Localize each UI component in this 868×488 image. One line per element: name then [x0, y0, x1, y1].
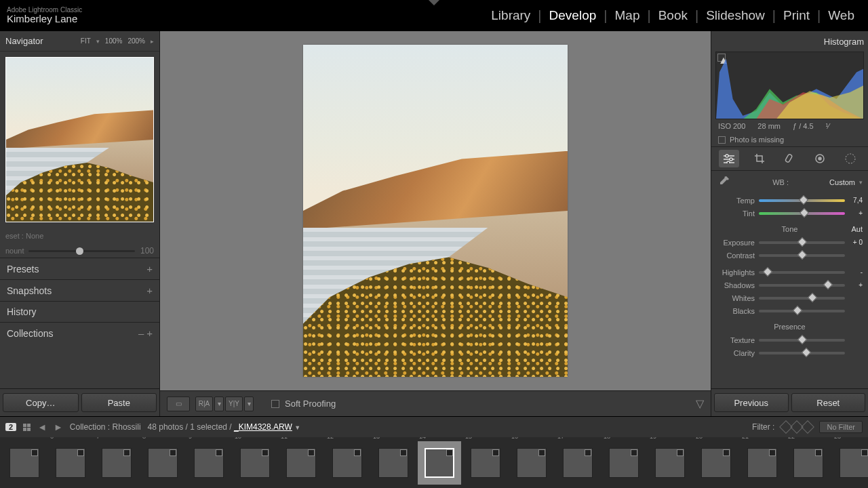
crop-tool-icon[interactable] [749, 150, 770, 167]
thumbnail[interactable]: 16 [510, 441, 553, 485]
module-book[interactable]: Book [652, 8, 694, 23]
shadows-slider[interactable]: Shadows+ [717, 279, 863, 291]
minus-icon[interactable]: – [138, 327, 144, 339]
focal-length: 28 mm [757, 122, 781, 130]
before-after-lr-icon[interactable]: R|A [195, 396, 213, 411]
zoom-200[interactable]: 200% [127, 37, 145, 45]
tone-header: Tone [782, 225, 798, 233]
develop-badge-icon [170, 449, 176, 456]
right-panel: Histogram ▲ ISO 200 28 mm ƒ / 4.5 ¹⁄ Pho… [711, 31, 868, 416]
zoom-100[interactable]: 100% [105, 37, 123, 45]
thumbnail[interactable]: 21 [741, 441, 784, 485]
aperture-value: ƒ / 4.5 [793, 122, 814, 130]
copy-button[interactable]: Copy… [3, 393, 79, 412]
nav-forward-icon[interactable]: ► [54, 422, 63, 432]
navigator-zoom: FIT▾ 100% 200%▸ [81, 37, 154, 45]
exposure-slider[interactable]: Exposure+ 0 [717, 236, 863, 249]
clarity-slider[interactable]: Clarity [717, 346, 863, 359]
thumbnail[interactable]: 17 [556, 441, 599, 485]
filmstrip-count: 48 photos / 1 selected / _KIM4328.ARW ▼ [148, 422, 301, 432]
plus-icon[interactable]: + [146, 327, 153, 339]
thumbnail[interactable]: 18 [602, 441, 646, 485]
filter-preset-dropdown[interactable]: No Filter [819, 421, 863, 433]
contrast-slider[interactable]: Contrast [717, 249, 863, 262]
thumbnail[interactable]: 6 [49, 441, 92, 485]
before-after-copy-icon[interactable]: ▾ [244, 396, 254, 411]
collections-panel[interactable]: Collections –+ [0, 322, 159, 344]
module-print[interactable]: Print [776, 8, 816, 23]
thumbnail[interactable]: 12 [326, 441, 369, 485]
highlights-slider[interactable]: Highlights- [717, 266, 863, 279]
second-window-button[interactable]: 2 [5, 423, 16, 431]
image-canvas[interactable] [160, 31, 711, 390]
redeye-tool-icon[interactable] [840, 150, 861, 167]
healing-tool-icon[interactable] [779, 150, 800, 167]
thumbnail[interactable]: 23 [833, 441, 868, 485]
reset-button[interactable]: Reset [791, 393, 866, 412]
texture-slider[interactable]: Texture [717, 333, 863, 346]
auto-tone-button[interactable]: Aut [851, 225, 863, 233]
svg-point-1 [726, 155, 728, 157]
develop-badge-icon [31, 449, 38, 456]
develop-badge-icon [815, 449, 822, 456]
module-develop[interactable]: Develop [542, 8, 604, 23]
wb-dropdown[interactable]: Custom [829, 178, 855, 186]
module-slideshow[interactable]: Slideshow [699, 8, 772, 23]
previous-button[interactable]: Previous [714, 393, 789, 412]
toolbar-menu-icon[interactable]: ▽ [696, 397, 704, 410]
tint-slider[interactable]: Tint+ [717, 207, 863, 220]
develop-badge-icon [677, 449, 684, 456]
thumbnail[interactable]: 15 [464, 441, 507, 485]
soft-proof-checkbox[interactable] [271, 400, 279, 408]
develop-badge-icon [216, 449, 222, 456]
grid-view-icon[interactable] [23, 424, 31, 431]
thumbnail[interactable]: 11 [279, 441, 323, 485]
chevron-icon[interactable]: ▾ [859, 179, 863, 186]
loupe-view-icon[interactable]: ▭ [167, 396, 190, 411]
navigator-preview[interactable] [0, 52, 159, 228]
develop-badge-icon [631, 449, 637, 456]
thumbnail[interactable]: 14 [418, 441, 461, 485]
photo-missing-warning: Photo is missing [711, 133, 868, 146]
iso-value: ISO 200 [718, 122, 745, 130]
before-after-swap-icon[interactable]: Y|Y [225, 396, 243, 411]
svg-point-3 [730, 158, 732, 161]
thumbnail[interactable]: 20 [694, 441, 738, 485]
thumbnail[interactable]: 9 [187, 441, 231, 485]
edit-sliders-icon[interactable] [719, 150, 739, 167]
wb-eyedropper-icon[interactable] [717, 175, 732, 190]
nav-back-icon[interactable]: ◄ [37, 422, 47, 432]
develop-badge-icon [769, 449, 776, 456]
plus-icon[interactable]: + [146, 263, 153, 274]
histogram-header[interactable]: Histogram [711, 31, 868, 52]
temp-slider[interactable]: Temp7,4 [717, 194, 863, 207]
masking-tool-icon[interactable] [810, 150, 830, 167]
paste-button[interactable]: Paste [81, 393, 157, 412]
plus-icon[interactable]: + [146, 285, 153, 296]
whites-slider[interactable]: Whites [717, 291, 863, 304]
history-panel[interactable]: History [0, 301, 159, 322]
thumbnail[interactable]: 19 [648, 441, 692, 485]
thumbnail[interactable]: 10 [233, 441, 277, 485]
thumbnail[interactable]: 22 [787, 441, 830, 485]
module-map[interactable]: Map [608, 8, 646, 23]
histogram-metadata: ISO 200 28 mm ƒ / 4.5 ¹⁄ [711, 119, 868, 133]
presets-panel[interactable]: Presets+ [0, 258, 159, 279]
zoom-fit[interactable]: FIT [81, 37, 91, 45]
thumbnail[interactable]: 8 [141, 441, 184, 485]
blacks-slider[interactable]: Blacks [717, 304, 863, 317]
snapshots-panel[interactable]: Snapshots+ [0, 279, 159, 301]
thumbnail[interactable]: 13 [372, 441, 415, 485]
thumbnail[interactable]: 7 [95, 441, 138, 485]
panel-toggle-top[interactable] [429, 0, 439, 5]
navigator-header[interactable]: Navigator FIT▾ 100% 200%▸ [0, 31, 159, 52]
module-web[interactable]: Web [821, 8, 861, 23]
preset-amount-slider[interactable]: nount 100 [0, 244, 159, 258]
module-library[interactable]: Library [484, 8, 537, 23]
filmstrip-thumbs[interactable]: 67891011121314151617181920212223 [0, 437, 868, 488]
filmstrip-source[interactable]: Collection : Rhossili [70, 422, 141, 432]
before-after-menu-icon[interactable]: ▾ [214, 396, 224, 411]
thumbnail[interactable] [3, 441, 46, 485]
histogram[interactable]: ▲ [715, 52, 864, 119]
filter-flags[interactable] [781, 422, 812, 432]
